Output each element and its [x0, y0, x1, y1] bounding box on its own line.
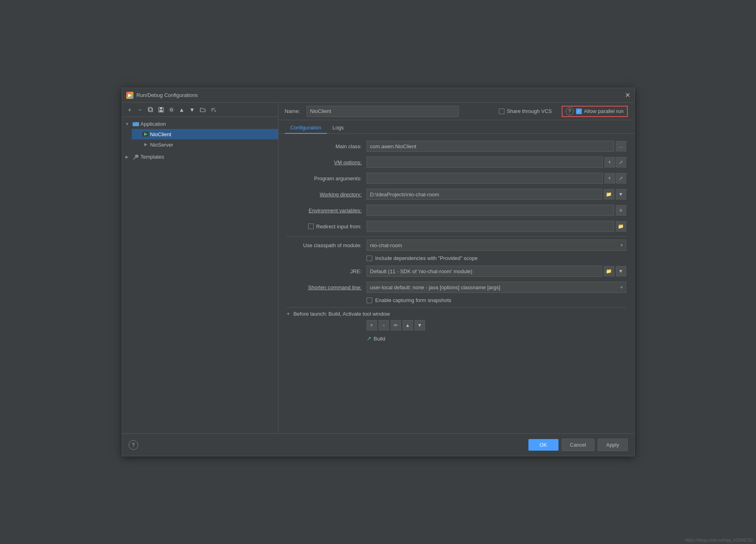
enable-snapshots-label: Enable capturing form snapshots	[375, 297, 452, 303]
classpath-row: Use classpath of module: nio-chat-room ▼	[286, 239, 626, 251]
working-dir-label: Working directory:	[286, 191, 367, 197]
launch-add-button[interactable]: +	[367, 320, 377, 330]
tree-item-application[interactable]: ▼ Application	[122, 119, 278, 129]
sidebar-tree: ▼ Application NioClient	[122, 117, 278, 433]
working-dir-browse-button[interactable]: 📁	[604, 189, 614, 199]
svg-rect-3	[160, 107, 162, 109]
launch-toolbar: + − ✏ ▲ ▼	[367, 320, 626, 330]
top-bar: Name: Share through VCS ? ✓ Allow parall…	[278, 103, 634, 120]
before-launch-section-header[interactable]: ▼ Before launch: Build, Activate tool wi…	[286, 311, 626, 317]
templates-label: Templates	[141, 154, 164, 160]
help-icon-button[interactable]: ?	[566, 107, 574, 115]
dialog-title: Run/Debug Configurations	[137, 92, 198, 98]
main-class-input[interactable]	[367, 141, 614, 152]
vm-options-row: VM options: + ⤢	[286, 156, 626, 168]
svg-point-5	[170, 109, 172, 111]
main-class-row: Main class: …	[286, 140, 626, 152]
tree-item-nioclient[interactable]: NioClient	[132, 129, 278, 139]
program-args-row: Program arguments: + ⤢	[286, 172, 626, 184]
redirect-input-input[interactable]	[367, 221, 614, 232]
nioserver-label: NioServer	[150, 142, 173, 148]
divider-1	[286, 236, 626, 237]
classpath-select-wrapper: nio-chat-room ▼	[367, 240, 626, 251]
tree-child-application: NioClient NioServer	[122, 129, 278, 150]
tab-logs[interactable]: Logs	[327, 122, 349, 134]
add-config-button[interactable]: +	[125, 105, 134, 114]
vm-options-input-area: + ⤢	[367, 157, 626, 168]
app-icon: ▶	[126, 92, 133, 99]
jre-browse-button[interactable]: 📁	[604, 266, 614, 276]
redirect-input-area: 📁	[367, 221, 626, 232]
move-down-button[interactable]: ▼	[188, 105, 197, 114]
before-launch-arrow-icon: ▼	[286, 312, 290, 316]
main-class-label: Main class:	[286, 143, 367, 149]
copy-config-button[interactable]	[146, 105, 155, 114]
svg-rect-0	[149, 108, 153, 112]
sort-button[interactable]	[209, 105, 218, 114]
remove-config-button[interactable]: −	[136, 105, 145, 114]
folder-button[interactable]	[198, 105, 207, 114]
include-deps-checkbox[interactable]	[367, 256, 372, 261]
before-launch-section-title: Before launch: Build, Activate tool wind…	[293, 311, 390, 317]
apply-button[interactable]: Apply	[598, 439, 628, 451]
run-debug-dialog: ▶ Run/Debug Configurations ✕ + − ▲	[122, 88, 635, 456]
include-deps-label: Include dependencies with "Provided" sco…	[375, 255, 478, 261]
close-button[interactable]: ✕	[625, 92, 630, 99]
working-dir-input[interactable]	[367, 189, 602, 200]
launch-up-button[interactable]: ▲	[403, 320, 413, 330]
redirect-input-label: Redirect input from:	[316, 224, 361, 230]
main-panel: Name: Share through VCS ? ✓ Allow parall…	[278, 103, 634, 433]
env-vars-input[interactable]	[367, 205, 614, 216]
application-folder-icon	[133, 121, 139, 127]
tree-item-templates[interactable]: ▶ Templates	[122, 151, 278, 162]
templates-arrow: ▶	[125, 155, 131, 159]
vm-options-label: VM options:	[286, 159, 367, 165]
jre-dropdown-button[interactable]: ▼	[616, 266, 626, 276]
working-dir-input-area: 📁 ▼	[367, 189, 626, 200]
program-args-buttons: + ⤢	[605, 173, 626, 183]
templates-wrench-icon	[133, 154, 139, 159]
move-up-button[interactable]: ▲	[177, 105, 186, 114]
title-bar: ▶ Run/Debug Configurations ✕	[122, 88, 634, 103]
redirect-input-browse-button[interactable]: 📁	[616, 221, 626, 232]
tree-item-nioserver[interactable]: NioServer	[132, 139, 278, 150]
vm-options-input[interactable]	[367, 157, 603, 168]
jre-input[interactable]	[367, 266, 602, 277]
shorten-cmd-select[interactable]: user-local default: none - java [options…	[367, 282, 626, 293]
tabs-bar: Configuration Logs	[278, 120, 634, 134]
nioserver-run-icon	[142, 142, 149, 147]
enable-snapshots-checkbox[interactable]	[367, 298, 372, 303]
env-vars-edit-button[interactable]: ≡	[616, 205, 626, 216]
share-vcs-area: Share through VCS	[499, 108, 552, 114]
main-class-browse-button[interactable]: …	[616, 141, 626, 151]
include-deps-row: Include dependencies with "Provided" sco…	[367, 255, 626, 261]
redirect-checkbox-area: Redirect input from:	[286, 224, 367, 230]
share-vcs-label: Share through VCS	[507, 108, 552, 114]
main-class-input-area: …	[367, 141, 626, 152]
save-config-button[interactable]	[157, 105, 165, 114]
working-dir-dropdown-button[interactable]: ▼	[616, 189, 626, 199]
launch-edit-button[interactable]: ✏	[391, 320, 401, 330]
share-vcs-checkbox[interactable]	[499, 109, 504, 114]
allow-parallel-checkbox[interactable]: ✓	[576, 109, 582, 114]
program-args-input-area: + ⤢	[367, 173, 626, 184]
working-dir-row: Working directory: 📁 ▼	[286, 188, 626, 200]
settings-config-button[interactable]	[167, 105, 176, 114]
ok-button[interactable]: OK	[528, 439, 558, 451]
launch-down-button[interactable]: ▼	[415, 320, 425, 330]
launch-remove-button[interactable]: −	[379, 320, 389, 330]
program-args-expand-button[interactable]: ⤢	[616, 173, 626, 183]
tab-configuration[interactable]: Configuration	[285, 122, 327, 134]
name-input[interactable]	[306, 106, 459, 117]
program-args-add-button[interactable]: +	[605, 173, 615, 183]
env-vars-input-area: ≡	[367, 205, 626, 216]
program-args-input[interactable]	[367, 173, 603, 184]
vm-options-add-button[interactable]: +	[605, 157, 615, 167]
classpath-select[interactable]: nio-chat-room	[367, 240, 626, 251]
cancel-button[interactable]: Cancel	[562, 439, 595, 451]
sidebar: + − ▲ ▼	[122, 103, 278, 433]
build-arrow-icon: ↗	[367, 335, 371, 342]
vm-options-expand-button[interactable]: ⤢	[616, 157, 626, 167]
redirect-input-checkbox[interactable]	[308, 224, 314, 229]
help-button[interactable]: ?	[129, 440, 138, 450]
